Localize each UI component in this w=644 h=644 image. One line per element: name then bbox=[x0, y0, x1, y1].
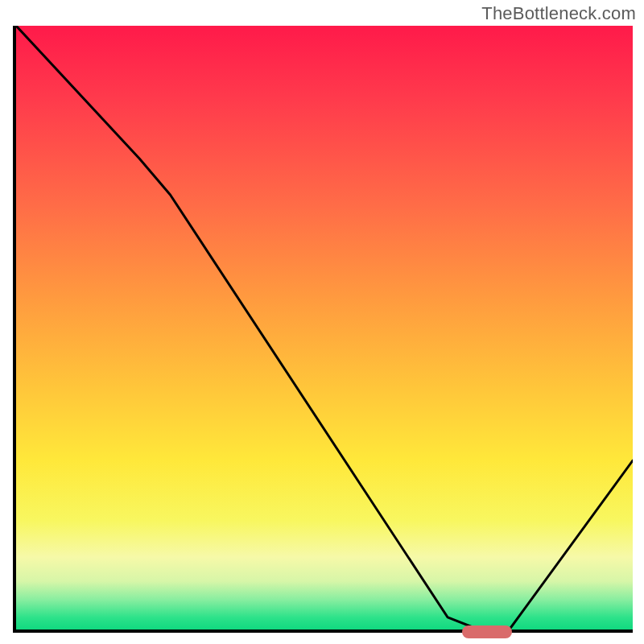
optimum-marker bbox=[462, 625, 512, 638]
bottleneck-curve bbox=[16, 26, 633, 630]
chart-frame bbox=[13, 26, 633, 633]
watermark-text: TheBottleneck.com bbox=[481, 3, 636, 24]
